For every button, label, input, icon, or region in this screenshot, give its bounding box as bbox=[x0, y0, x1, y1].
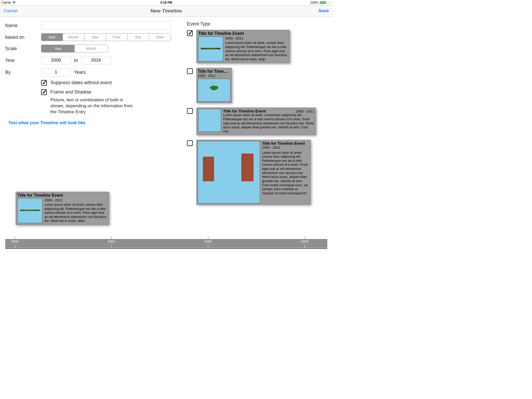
event-card-1: Title for Timeline Event 2000 - 2011 Lor… bbox=[196, 30, 290, 63]
tick-2001: 2001 bbox=[108, 240, 115, 243]
year-to-input[interactable] bbox=[81, 56, 111, 64]
label-name: Name bbox=[5, 23, 41, 28]
note-text: Picture, text or combination of both is … bbox=[5, 97, 138, 115]
event-card-2: Title for Time… 2000 - 2011 bbox=[196, 68, 232, 103]
frame-label: Frame and Shadow bbox=[50, 89, 91, 95]
label-to: to bbox=[74, 58, 78, 63]
name-input[interactable] bbox=[41, 21, 171, 30]
event-type-2-checkbox[interactable] bbox=[187, 68, 193, 74]
card-dates: 2000 - 2011 bbox=[225, 36, 288, 41]
wifi-icon bbox=[12, 1, 16, 4]
label-scale: Scale bbox=[5, 46, 41, 51]
status-time: 4:18 PM bbox=[160, 1, 172, 4]
label-based-on: based on bbox=[5, 35, 41, 40]
card-title: Title for Time… bbox=[198, 69, 230, 74]
event-type-4: Title for Timeline Event 2000 - 2011 Lor… bbox=[187, 140, 327, 205]
timeline-axis[interactable]: 2000 2001 2002 2003 bbox=[5, 239, 327, 248]
tick-2002: 2002 bbox=[204, 240, 212, 243]
event-type-1: Title for Timeline Event 2000 - 2011 Lor… bbox=[187, 30, 327, 63]
card-text: 2000 - 2011 Lorem ipsum dolor sit amet, … bbox=[44, 198, 107, 223]
scrollbar[interactable] bbox=[5, 248, 327, 249]
card-lorem: Lorem ipsum dolor sit amet, consec tetur… bbox=[262, 151, 309, 196]
card-lorem: Lorem ipsum dolor sit amet, consectetur … bbox=[223, 113, 314, 134]
seg-month[interactable]: Month bbox=[63, 34, 84, 41]
seg-day[interactable]: Day bbox=[84, 34, 106, 41]
suppress-checkbox[interactable] bbox=[41, 80, 47, 86]
card-dates: 2000 - 2011 bbox=[198, 74, 230, 78]
card-lorem: Lorem ipsum dolor sit amet, consec tetur… bbox=[44, 203, 106, 223]
card-dates: 2000 - 2011 bbox=[44, 198, 107, 202]
status-bar: Carrier 4:18 PM 100% ⚡ bbox=[0, 0, 332, 5]
cancel-button[interactable]: Cancel bbox=[4, 8, 17, 14]
status-right: 100% ⚡ bbox=[310, 1, 331, 4]
battery-icon bbox=[319, 1, 326, 4]
event-card-3: Title for Timeline Event 2000 - 2011 Lor… bbox=[196, 108, 316, 135]
label-by-unit: Years bbox=[74, 70, 86, 75]
scale-month[interactable]: Month bbox=[75, 45, 108, 52]
card-lorem: Lorem ipsum dolor sit amet, consec tetur… bbox=[225, 41, 287, 61]
label-by: By bbox=[5, 70, 41, 75]
battery-percent: 100% bbox=[310, 1, 318, 4]
card-dates: 2000 - 2011 bbox=[296, 109, 314, 113]
card-thumb bbox=[198, 109, 221, 132]
tick-2003: 2003 bbox=[301, 240, 309, 243]
page-title: New Timeline bbox=[150, 8, 182, 14]
preview-card: Title for Timeline Event 2000 - 2011 Lor… bbox=[16, 192, 109, 225]
nav-bar: Cancel New Timeline Save bbox=[0, 5, 332, 17]
card-thumb bbox=[198, 79, 230, 102]
scale-year[interactable]: Year bbox=[41, 45, 75, 52]
by-input[interactable] bbox=[41, 68, 71, 76]
event-type-2: Title for Time… 2000 - 2011 bbox=[187, 68, 327, 103]
card-thumb bbox=[198, 141, 260, 203]
event-type-1-checkbox[interactable] bbox=[187, 30, 193, 36]
card-title: Title for Timeline Event bbox=[223, 109, 266, 113]
card-title: Title for Timeline Event bbox=[17, 193, 107, 198]
suppress-label: Suppress dates without event bbox=[50, 80, 112, 85]
seg-free[interactable]: Free bbox=[106, 34, 128, 41]
frame-checkbox[interactable] bbox=[41, 89, 47, 95]
card-dates: 2000 - 2011 bbox=[262, 145, 309, 149]
tick-2000: 2000 bbox=[11, 240, 19, 243]
card-thumb bbox=[198, 36, 223, 61]
event-type-3: Title for Timeline Event 2000 - 2011 Lor… bbox=[187, 108, 327, 135]
event-type-3-checkbox[interactable] bbox=[187, 108, 193, 114]
label-year: Year bbox=[5, 58, 41, 63]
event-type-4-checkbox[interactable] bbox=[187, 140, 193, 146]
scale-segmented: Year Month bbox=[41, 45, 108, 52]
event-card-4: Title for Timeline Event 2000 - 2011 Lor… bbox=[196, 140, 311, 205]
year-from-input[interactable] bbox=[41, 56, 71, 64]
seg-era[interactable]: Era bbox=[128, 34, 149, 41]
test-link[interactable]: Test what your Timeline will look like bbox=[8, 120, 174, 125]
bolt-icon: ⚡ bbox=[328, 1, 331, 4]
card-thumb bbox=[17, 198, 42, 223]
card-text: 2000 - 2011 Lorem ipsum dolor sit amet, … bbox=[225, 36, 288, 61]
event-type-heading: Event Type bbox=[187, 21, 327, 27]
save-button[interactable]: Save bbox=[318, 8, 329, 14]
card-title: Title for Timeline Event bbox=[262, 141, 309, 145]
seg-year[interactable]: Year bbox=[41, 34, 63, 41]
based-on-segmented: Year Month Day Free Era Date bbox=[41, 33, 171, 41]
seg-date[interactable]: Date bbox=[149, 34, 171, 41]
carrier-text: Carrier bbox=[2, 1, 11, 4]
card-title: Title for Timeline Event bbox=[198, 31, 288, 36]
status-left: Carrier bbox=[2, 1, 16, 4]
